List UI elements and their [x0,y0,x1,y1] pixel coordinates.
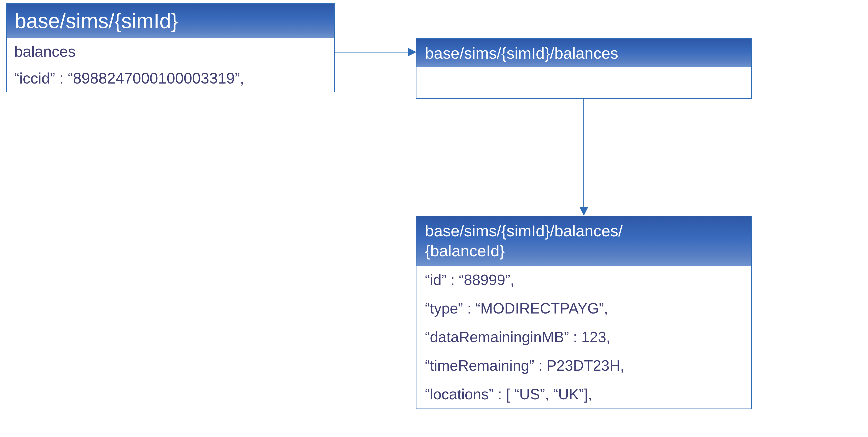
node-balance-id-row-locations: “locations” : [ “US”, “UK”], [416,380,751,409]
node-sim: base/sims/{simId} balances “iccid” : “89… [6,3,335,92]
node-sim-row-iccid: “iccid” : “8988247000100003319”, [7,65,334,92]
node-balances-title: base/sims/{simId}/balances [416,39,751,67]
node-balances: base/sims/{simId}/balances [416,38,752,99]
node-sim-row-balances: balances [7,38,334,65]
node-balance-id-row-id: “id” : “88999”, [416,266,751,294]
node-balance-id-row-dataremaining: “dataRemaininginMB” : 123, [416,323,751,351]
node-balance-id-title: base/sims/{simId}/balances/ {balanceId} [416,216,751,266]
node-balances-empty-row [416,67,751,98]
node-sim-title: base/sims/{simId} [7,4,334,38]
node-balance-id: base/sims/{simId}/balances/ {balanceId} … [416,216,752,409]
node-balance-id-row-timeremaining: “timeRemaining” : P23DT23H, [416,351,751,380]
arrow-box1-to-box2-head [408,48,416,56]
node-balance-id-row-type: “type” : “MODIRECTPAYG”, [416,294,751,323]
arrow-box2-to-box3-head [580,207,588,216]
